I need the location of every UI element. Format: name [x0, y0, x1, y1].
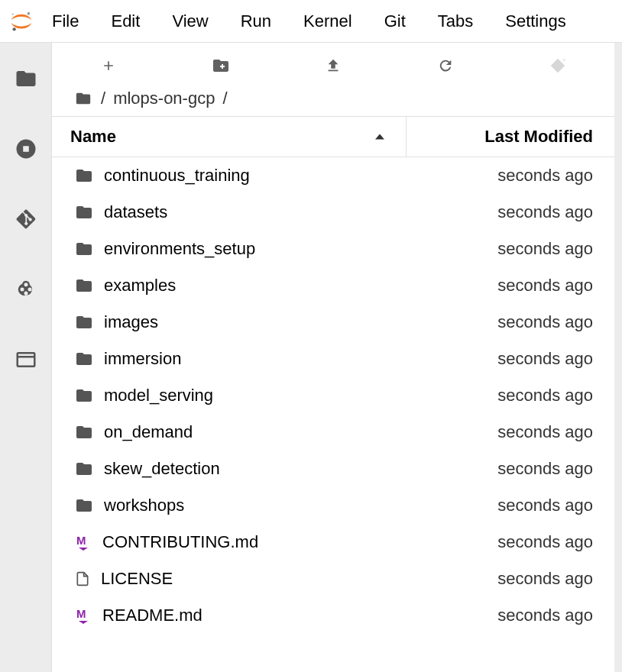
item-name: continuous_training [104, 166, 250, 186]
item-name: immersion [104, 349, 181, 369]
upload-icon [325, 57, 342, 74]
markdown-icon: M [75, 606, 92, 625]
item-name: environments_setup [104, 239, 255, 259]
extensions-tab-icon[interactable] [13, 276, 39, 302]
item-modified: seconds ago [407, 386, 614, 405]
list-item[interactable]: datasets seconds ago [52, 194, 614, 231]
svg-text:+: + [562, 57, 566, 64]
item-modified: seconds ago [407, 239, 614, 259]
file-icon [75, 570, 90, 588]
svg-text:M: M [76, 607, 86, 620]
list-item[interactable]: workshops seconds ago [52, 487, 614, 524]
file-browser-toolbar: + [52, 43, 614, 89]
list-item[interactable]: on_demand seconds ago [52, 414, 614, 451]
column-name-label: Name [70, 127, 116, 147]
item-modified: seconds ago [407, 532, 614, 552]
menu-view[interactable]: View [169, 8, 211, 34]
file-list-header: Name Last Modified [52, 116, 614, 157]
column-header-modified[interactable]: Last Modified [407, 117, 614, 157]
folder-icon [75, 423, 93, 441]
menu-tabs[interactable]: Tabs [435, 8, 476, 34]
menu-settings[interactable]: Settings [502, 8, 569, 34]
item-name: images [104, 312, 158, 332]
column-header-name[interactable]: Name [52, 117, 407, 157]
right-dock-edge[interactable] [614, 43, 622, 672]
item-modified: seconds ago [407, 606, 614, 625]
svg-rect-4 [23, 146, 29, 152]
folder-icon [75, 496, 93, 515]
folder-icon [75, 460, 93, 478]
list-item[interactable]: immersion seconds ago [52, 341, 614, 377]
item-modified: seconds ago [407, 496, 614, 515]
folder-icon [75, 313, 93, 331]
menu-file[interactable]: File [49, 8, 82, 34]
diamond-plus-icon: + [549, 57, 566, 74]
git-tab-icon[interactable] [13, 206, 39, 232]
folder-icon [75, 350, 93, 368]
item-name: workshops [104, 496, 184, 515]
item-modified: seconds ago [407, 349, 614, 369]
filebrowser-tab-icon[interactable] [13, 66, 39, 92]
plus-icon [101, 58, 116, 73]
svg-point-2 [12, 13, 14, 15]
new-launcher-button[interactable] [52, 43, 164, 89]
breadcrumb-sep: / [101, 89, 105, 108]
refresh-icon [437, 57, 454, 74]
refresh-button[interactable] [390, 43, 502, 89]
list-item[interactable]: environments_setup seconds ago [52, 231, 614, 267]
breadcrumb-segment[interactable]: mlops-on-gcp [113, 89, 215, 108]
item-name: skew_detection [104, 459, 220, 479]
list-item[interactable]: model_serving seconds ago [52, 377, 614, 414]
list-item[interactable]: continuous_training seconds ago [52, 157, 614, 194]
item-name: LICENSE [101, 569, 173, 589]
item-modified: seconds ago [407, 569, 614, 589]
item-name: README.md [102, 606, 202, 625]
column-modified-label: Last Modified [484, 127, 593, 147]
list-item[interactable]: M CONTRIBUTING.md seconds ago [52, 524, 614, 561]
folder-icon [75, 203, 93, 221]
list-item[interactable]: images seconds ago [52, 304, 614, 341]
activity-bar [0, 43, 52, 672]
list-item[interactable]: examples seconds ago [52, 267, 614, 304]
menubar-items: File Edit View Run Kernel Git Tabs Setti… [49, 8, 569, 34]
svg-rect-5 [17, 353, 34, 367]
item-modified: seconds ago [407, 422, 614, 442]
item-modified: seconds ago [407, 276, 614, 296]
folder-icon [75, 386, 93, 405]
menu-run[interactable]: Run [238, 8, 274, 34]
list-item[interactable]: LICENSE seconds ago [52, 561, 614, 597]
folder-icon [75, 240, 93, 258]
breadcrumb-trailing: / [222, 89, 227, 108]
folder-icon [75, 90, 92, 107]
item-modified: seconds ago [407, 166, 614, 186]
folder-icon [75, 166, 93, 185]
new-folder-button[interactable] [164, 43, 277, 89]
running-tab-icon[interactable] [13, 136, 39, 162]
file-browser-panel: + / mlops-on-gcp / Name La [52, 43, 614, 672]
list-item[interactable]: skew_detection seconds ago [52, 451, 614, 487]
menu-edit[interactable]: Edit [108, 8, 143, 34]
markdown-icon: M [75, 533, 92, 551]
jupyter-logo[interactable] [9, 9, 34, 34]
menu-git[interactable]: Git [381, 8, 409, 34]
item-name: model_serving [104, 386, 213, 405]
upload-button[interactable] [277, 43, 389, 89]
breadcrumb[interactable]: / mlops-on-gcp / [52, 89, 614, 116]
tabs-tab-icon[interactable] [13, 347, 39, 373]
file-list: continuous_training seconds ago datasets… [52, 157, 614, 672]
svg-text:M: M [76, 534, 86, 547]
item-name: on_demand [104, 422, 193, 442]
item-modified: seconds ago [407, 312, 614, 332]
new-folder-icon [212, 57, 230, 75]
list-item[interactable]: M README.md seconds ago [52, 597, 614, 634]
folder-icon [75, 276, 93, 295]
item-name: datasets [104, 202, 167, 222]
git-clone-button[interactable]: + [502, 43, 614, 89]
svg-point-1 [12, 27, 15, 31]
menu-kernel[interactable]: Kernel [300, 8, 355, 34]
menubar: File Edit View Run Kernel Git Tabs Setti… [0, 0, 622, 43]
item-modified: seconds ago [407, 459, 614, 479]
item-name: examples [104, 276, 176, 296]
item-name: CONTRIBUTING.md [102, 532, 258, 552]
item-modified: seconds ago [407, 202, 614, 222]
